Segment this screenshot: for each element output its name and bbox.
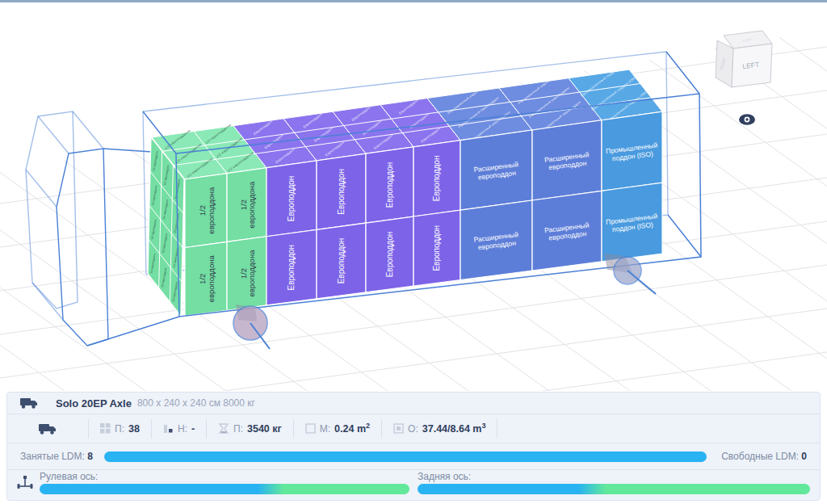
ldm-used-label: Занятые LDM: 8 xyxy=(20,451,93,462)
ldm-row: Занятые LDM: 8 Свободные LDM: 0 xyxy=(7,443,820,470)
stat-pallets: П:38 xyxy=(89,419,152,439)
ldm-progress-bar xyxy=(104,452,707,462)
stat-height: Н:- xyxy=(152,419,207,439)
svg-text:Европоддон: Европоддон xyxy=(385,162,394,208)
truck-icon xyxy=(20,397,38,409)
view-cube[interactable]: LEFTFRONTTOP xyxy=(716,31,772,87)
top-accent-strip xyxy=(0,0,827,2)
stat-volume: O: 37.44/8.64 m3 xyxy=(382,419,497,439)
steering-axle-block: Рулевая ось: xyxy=(17,472,409,494)
stats-row: П:38 Н:- П:3540 кг M: 0.24 m2 xyxy=(7,414,820,443)
pallet-grid-icon xyxy=(100,423,111,434)
stat-weight: П:3540 кг xyxy=(207,419,294,439)
svg-text:Европоддон: Европоддон xyxy=(432,156,441,202)
svg-text:Европоддон: Европоддон xyxy=(337,238,346,284)
stats-vehicle-cell[interactable] xyxy=(7,419,89,439)
svg-text:Европоддон: Европоддон xyxy=(287,245,296,291)
vehicle-dimensions: 800 x 240 x 240 см 8000 кг xyxy=(137,397,255,409)
svg-text:Европоддон: Европоддон xyxy=(385,232,394,278)
rear-axle-label: Задняя ось: xyxy=(418,472,810,482)
svg-text:Европоддон: Европоддон xyxy=(287,176,296,222)
cargo-boxes[interactable]: 1/2 европоддона1/2 европоддона1/2 европо… xyxy=(152,60,662,316)
area-square-icon xyxy=(305,423,316,434)
truck-icon xyxy=(39,423,57,435)
eye-icon[interactable] xyxy=(739,114,755,125)
steering-axle-label: Рулевая ось: xyxy=(40,472,409,482)
svg-text:Европоддон: Европоддон xyxy=(337,169,346,215)
vehicle-info-panel: Solo 20EP Axle 800 x 240 x 240 см 8000 к… xyxy=(6,392,821,501)
ldm-free-label: Свободные LDM: 0 xyxy=(721,451,807,462)
3d-load-view[interactable]: 1/2 европоддона1/2 европоддона1/2 европо… xyxy=(0,0,827,391)
axle-load-row: Рулевая ось: Задняя ось: xyxy=(7,470,820,497)
rear-axle-bar xyxy=(418,484,810,494)
svg-text:Европоддон: Европоддон xyxy=(432,225,441,271)
vehicle-header-row: Solo 20EP Axle 800 x 240 x 240 см 8000 к… xyxy=(7,393,820,414)
stat-area: M: 0.24 m2 xyxy=(294,419,382,439)
height-bars-icon xyxy=(163,423,174,434)
weight-scale-icon xyxy=(218,423,229,434)
vehicle-title: Solo 20EP Axle xyxy=(56,397,132,410)
axle-icon xyxy=(17,475,33,493)
rear-axle-block: Задняя ось: xyxy=(418,472,810,494)
volume-box-icon xyxy=(393,423,404,434)
steering-axle-bar xyxy=(40,484,409,494)
